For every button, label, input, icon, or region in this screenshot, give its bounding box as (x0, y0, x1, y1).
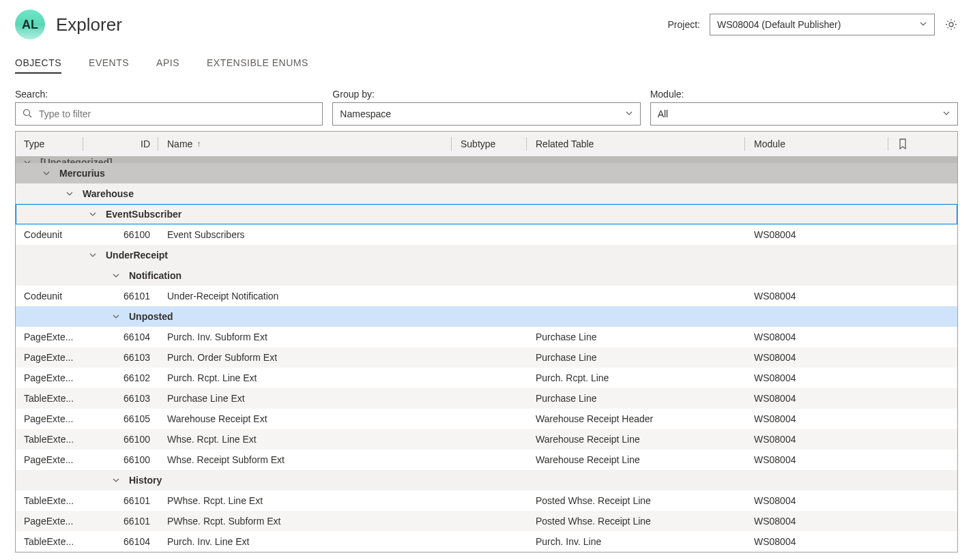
project-dropdown[interactable]: WS08004 (Default Publisher) (710, 14, 935, 35)
cell-id: 66105 (84, 409, 159, 429)
project-value: WS08004 (Default Publisher) (717, 19, 841, 30)
column-header-name[interactable]: Name ↑ (159, 132, 452, 156)
project-label: Project: (668, 19, 700, 30)
chevron-down-icon[interactable] (24, 159, 32, 163)
table-row[interactable]: PageExte...66104Purch. Inv. Subform ExtP… (16, 327, 957, 347)
cell-subtype (452, 409, 527, 429)
group-row[interactable]: Notification (16, 265, 957, 286)
table-row[interactable]: TableExte...66100Whse. Rcpt. Line ExtWar… (16, 429, 957, 450)
table-row[interactable]: PageExte...66101PWhse. Rcpt. Subform Ext… (16, 511, 957, 531)
group-cell: [Uncategorized] (16, 156, 957, 163)
cell-related: Warehouse Receipt Line (527, 450, 746, 470)
cell-module: WS08004 (746, 511, 889, 531)
cell-name: PWhse. Rcpt. Subform Ext (159, 511, 452, 531)
group-row[interactable]: [Uncategorized] (16, 156, 957, 163)
cell-related: Warehouse Receipt Header (527, 409, 746, 429)
cell-type: PageExte... (16, 450, 84, 470)
group-row[interactable]: UnderReceipt (16, 245, 957, 265)
tab-events[interactable]: EVENTS (89, 57, 129, 74)
table-row[interactable]: TableExte...66101PWhse. Rcpt. Line ExtPo… (16, 490, 957, 511)
cell-bookmark (889, 409, 916, 429)
gear-icon[interactable] (944, 18, 958, 31)
cell-module: WS08004 (746, 450, 889, 470)
column-header-subtype[interactable]: Subtype (452, 132, 527, 156)
table-row[interactable]: TableExte...66103Purchase Line ExtPurcha… (16, 388, 957, 409)
cell-related: Posted Whse. Receipt Line (527, 490, 746, 511)
table-row[interactable]: Codeunit66101Under-Receipt NotificationW… (16, 286, 957, 306)
group-label: UnderReceipt (106, 250, 168, 261)
table-row[interactable]: TableExte...66104Purch. Inv. Line ExtPur… (16, 531, 957, 552)
group-row[interactable]: Unposted (16, 306, 957, 327)
bookmark-icon (898, 138, 907, 149)
group-cell: Mercurius (16, 168, 957, 179)
cell-subtype (452, 347, 527, 368)
cell-name: Purch. Rcpt. Line Ext (159, 368, 452, 388)
table-row[interactable]: Codeunit66100Event SubscribersWS08004 (16, 224, 957, 245)
cell-subtype (452, 327, 527, 347)
al-logo-badge: AL (15, 10, 45, 40)
cell-bookmark (889, 224, 916, 245)
cell-type: Codeunit (16, 224, 84, 245)
groupby-dropdown[interactable]: Namespace (332, 102, 640, 126)
tab-objects[interactable]: OBJECTS (15, 57, 61, 74)
cell-id: 66100 (84, 450, 159, 470)
cell-related: Warehouse Receipt Line (527, 429, 746, 450)
search-icon (23, 108, 32, 120)
cell-bookmark (889, 388, 916, 409)
group-row[interactable]: Warehouse (16, 183, 957, 204)
sort-ascending-icon: ↑ (197, 139, 201, 149)
column-header-bookmark[interactable] (889, 132, 916, 156)
column-header-id[interactable]: ID (84, 132, 159, 156)
cell-id: 66103 (84, 388, 159, 409)
al-logo-text: AL (22, 18, 38, 32)
cell-bookmark (889, 368, 916, 388)
cell-type: Codeunit (16, 286, 84, 306)
chevron-down-icon[interactable] (89, 252, 98, 259)
group-row[interactable]: EventSubscriber (16, 204, 957, 224)
column-header-related[interactable]: Related Table (527, 132, 746, 156)
tab-extensible-enums[interactable]: EXTENSIBLE ENUMS (207, 57, 308, 74)
header-left: AL Explorer (15, 10, 122, 40)
cell-id: 66101 (84, 511, 159, 531)
cell-name: Whse. Rcpt. Line Ext (159, 429, 452, 450)
table-row[interactable]: PageExte...66105Warehouse Receipt ExtWar… (16, 409, 957, 429)
cell-id: 66101 (84, 286, 159, 306)
cell-module: WS08004 (746, 388, 889, 409)
module-label: Module: (650, 89, 958, 100)
group-row[interactable]: History (16, 470, 957, 490)
chevron-down-icon[interactable] (66, 190, 74, 197)
group-cell: EventSubscriber (16, 209, 957, 220)
cell-name: Purchase Line Ext (159, 388, 452, 409)
cell-bookmark (889, 490, 916, 511)
group-cell: UnderReceipt (16, 250, 957, 261)
chevron-down-icon[interactable] (113, 477, 121, 484)
header-right: Project: WS08004 (Default Publisher) (668, 14, 958, 35)
chevron-down-icon[interactable] (89, 211, 98, 218)
cell-module: WS08004 (746, 327, 889, 347)
search-input[interactable] (38, 108, 315, 120)
group-row[interactable]: Mercurius (16, 163, 957, 183)
cell-related: Purchase Line (527, 347, 746, 368)
group-label: Warehouse (83, 188, 134, 199)
cell-id: 66104 (84, 531, 159, 552)
table-row[interactable]: PageExte...66100Whse. Receipt Subform Ex… (16, 450, 957, 470)
column-header-module[interactable]: Module (746, 132, 889, 156)
module-value: All (658, 108, 669, 119)
chevron-down-icon (625, 108, 633, 119)
cell-module: WS08004 (746, 286, 889, 306)
chevron-down-icon[interactable] (113, 313, 121, 320)
cell-subtype (452, 286, 527, 306)
tab-apis[interactable]: APIS (156, 57, 179, 74)
cell-bookmark (889, 450, 916, 470)
cell-related: Purch. Rcpt. Line (527, 368, 746, 388)
chevron-down-icon[interactable] (113, 272, 121, 279)
column-header-type[interactable]: Type (16, 132, 84, 156)
module-dropdown[interactable]: All (650, 102, 958, 126)
table-row[interactable]: PageExte...66102Purch. Rcpt. Line ExtPur… (16, 368, 957, 388)
search-input-wrapper[interactable] (15, 102, 323, 126)
table-row[interactable]: PageExte...66103Purch. Order Subform Ext… (16, 347, 957, 368)
chevron-down-icon[interactable] (43, 170, 51, 177)
cell-id: 66104 (84, 327, 159, 347)
svg-point-0 (949, 23, 953, 27)
page-title: Explorer (56, 14, 122, 35)
